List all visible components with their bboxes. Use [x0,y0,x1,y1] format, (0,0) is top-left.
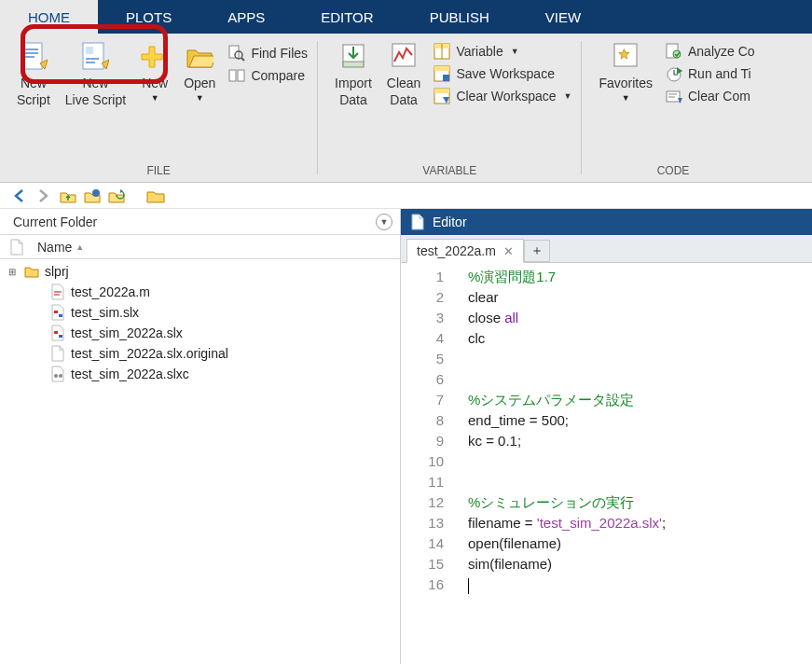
variable-icon [434,43,450,60]
file-name: test_sim_2022a.slx [71,325,183,340]
clear-workspace-menu[interactable]: Clear Workspace▼ [434,88,571,104]
tab-home[interactable]: HOME [0,0,98,34]
tree-item[interactable]: test_sim.slx [6,302,394,323]
svg-rect-43 [59,335,62,338]
tab-editor[interactable]: EDITOR [293,0,401,34]
compare-icon [228,67,245,84]
editor-tab[interactable]: test_2022a.m ✕ [406,239,524,263]
plus-icon: ＋ [530,242,544,259]
clear-commands-menu[interactable]: Clear Com [666,88,755,104]
tree-item[interactable]: test_sim_2022a.slx [6,323,394,343]
ribbon-tabstrip: HOME PLOTS APPS EDITOR PUBLISH VIEW [0,0,812,34]
nav-up-button[interactable] [58,186,78,206]
save-icon [434,65,450,82]
save-workspace-button[interactable]: Save Workspace [434,65,571,82]
import-data-icon [339,41,367,73]
new-live-script-icon [81,41,109,73]
file-name: slprj [45,264,69,279]
nav-back-button[interactable] [9,186,30,206]
name-column-header[interactable]: Name ▲ [34,240,400,255]
import-data-button[interactable]: Import Data [327,37,379,140]
main-area: Current Folder ▼ Name ▲ ⊞slprjtest_2022a… [0,209,812,664]
run-time-icon [666,65,682,82]
svg-point-45 [59,374,62,378]
new-script-button[interactable]: New Script [9,37,58,140]
chevron-down-icon: ▼ [196,93,204,103]
icon-column-header[interactable] [0,239,34,256]
file-icon [9,239,24,256]
svg-rect-42 [54,331,58,334]
svg-point-36 [92,189,100,197]
analyze-code-icon [666,43,682,60]
analyze-code-button[interactable]: Analyze Co [666,43,755,60]
tree-item[interactable]: ⊞slprj [6,261,394,282]
editor-panel: Editor test_2022a.m ✕ ＋ 1234567891011121… [401,209,812,664]
editor-tabstrip: test_2022a.m ✕ ＋ [401,235,812,263]
editor-tab-label: test_2022a.m [417,243,496,258]
svg-rect-39 [54,294,60,296]
svg-rect-40 [54,311,58,313]
favorites-button[interactable]: Favorites ▼ [591,37,660,140]
editor-add-tab[interactable]: ＋ [524,240,550,262]
svg-rect-38 [54,291,62,293]
tab-apps[interactable]: APPS [200,0,293,34]
slx-icon [50,325,65,341]
open-button[interactable]: Open ▼ [176,37,223,140]
chevron-down-icon: ▼ [622,93,630,103]
nav-forward-button[interactable] [34,186,54,206]
current-folder-panel: Current Folder ▼ Name ▲ ⊞slprjtest_2022a… [0,209,401,664]
address-toolbar [0,183,812,209]
panel-menu-button[interactable]: ▼ [376,214,392,230]
chevron-down-icon: ▼ [151,93,159,103]
folder-tree: ⊞slprjtest_2022a.mtest_sim.slxtest_sim_2… [0,259,400,386]
folder-refresh-icon [108,187,125,204]
editor-header: Editor [401,209,812,235]
editor-file-icon [410,214,425,230]
file-name: test_sim_2022a.slx.original [71,346,228,361]
find-files-icon [228,45,245,62]
close-icon[interactable]: ✕ [503,244,514,258]
group-label-variable: VARIABLE [422,161,476,180]
nav-home-button[interactable] [82,186,103,206]
svg-rect-14 [343,62,364,67]
clear-workspace-icon [434,88,450,104]
slxc-icon [50,366,65,382]
current-folder-icon[interactable] [145,186,166,206]
nav-refresh-button[interactable] [106,186,127,206]
file-icon [50,345,65,362]
folder-icon [24,265,39,278]
svg-rect-21 [443,75,449,81]
clean-data-button[interactable]: Clean Data [379,37,429,140]
svg-rect-3 [25,56,34,58]
code-source[interactable]: %演習問題1.7clearclose allclc %システムパラメータ設定en… [457,263,812,664]
expand-toggle[interactable]: ⊞ [6,267,19,277]
group-code: Favorites ▼ Analyze Co Run and Ti Clear … [582,34,764,182]
run-and-time-button[interactable]: Run and Ti [666,65,755,82]
new-button[interactable]: New ▼ [133,37,176,140]
svg-rect-12 [238,70,244,81]
folder-icon [146,187,165,204]
arrow-right-icon [35,187,52,204]
new-plus-icon [141,41,169,73]
tree-item[interactable]: test_2022a.m [6,282,394,302]
chevron-down-icon: ▼ [511,47,519,56]
variable-menu[interactable]: Variable▼ [434,43,571,60]
svg-rect-6 [86,58,99,60]
tab-view[interactable]: VIEW [517,0,609,34]
new-script-icon [20,41,48,73]
open-folder-icon [186,41,213,73]
svg-rect-41 [59,314,62,317]
new-live-script-button[interactable]: New Live Script [58,37,133,140]
tree-item[interactable]: test_sim_2022a.slxc [6,364,394,384]
code-editor[interactable]: 12345678910111213141516 %演習問題1.7clearclo… [401,263,812,664]
compare-button[interactable]: Compare [228,67,308,84]
svg-rect-1 [25,48,38,50]
sort-asc-icon: ▲ [76,242,84,252]
tab-plots[interactable]: PLOTS [98,0,200,34]
tree-item[interactable]: test_sim_2022a.slx.original [6,343,394,364]
tab-publish[interactable]: PUBLISH [402,0,517,34]
file-name: test_2022a.m [71,284,150,299]
find-files-button[interactable]: Find Files [228,45,308,62]
favorites-icon [612,41,640,73]
slx-icon [50,304,65,321]
